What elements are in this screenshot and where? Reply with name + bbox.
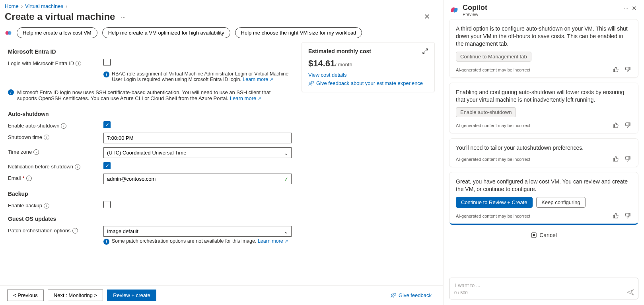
thumbs-up-icon[interactable] [613, 122, 620, 129]
breadcrumb-vms[interactable]: Virtual machines [25, 3, 63, 9]
more-icon[interactable]: ··· [622, 4, 630, 12]
learn-more-link[interactable]: Learn more ↗ [243, 77, 273, 82]
previous-button[interactable]: < Previous [7, 290, 44, 301]
input-shutdown-time[interactable] [103, 133, 292, 143]
copilot-card-text: A third option is to configure auto-shut… [456, 25, 632, 48]
expand-icon[interactable] [422, 48, 428, 54]
page-title-text: Create a virtual machine [5, 11, 115, 22]
copilot-continue-review-button[interactable]: Continue to Review + Create [456, 197, 533, 208]
info-icon[interactable]: i [75, 164, 80, 170]
cost-feedback-link[interactable]: Give feedback about your estimate experi… [308, 80, 428, 86]
ssh-banner: i Microsoft Entra ID login now uses SSH … [8, 86, 292, 104]
info-icon[interactable]: i [44, 203, 49, 208]
label-shutdown-time: Shutdown time [8, 134, 42, 140]
stop-icon [531, 232, 537, 238]
copilot-keep-configuring-button[interactable]: Keep configuring [536, 197, 586, 208]
cost-card: Estimated monthly cost $14.61/ month Vie… [302, 42, 435, 92]
cost-price: $14.61/ month [308, 58, 428, 69]
label-login-entra: Login with Microsoft Entra ID [8, 60, 74, 66]
checkbox-login-entra[interactable] [103, 59, 111, 66]
cost-title: Estimated monthly cost [308, 48, 371, 54]
copilot-header: Copilot Preview ··· ✕ [444, 0, 644, 19]
thumbs-up-icon[interactable] [613, 156, 620, 163]
more-icon[interactable]: ··· [121, 15, 126, 21]
copilot-input[interactable] [454, 282, 621, 289]
pill-low-cost[interactable]: Help me create a low cost VM [17, 27, 97, 38]
chevron-right-icon: › [66, 3, 67, 9]
select-timezone[interactable] [103, 147, 292, 158]
learn-more-link[interactable]: Learn more ↗ [230, 95, 261, 101]
external-link-icon: ↗ [258, 96, 261, 101]
pill-high-availability[interactable]: Help me create a VM optimized for high a… [102, 27, 230, 38]
person-feedback-icon [391, 293, 396, 298]
copilot-card-text: You'll need to tailor your autoshutdown … [456, 144, 632, 152]
info-icon[interactable]: i [76, 61, 81, 66]
copilot-card: Great, you have configured a low cost VM… [449, 172, 638, 224]
copilot-messages[interactable]: A third option is to configure auto-shut… [444, 19, 644, 274]
info-circle-icon: i [103, 71, 109, 77]
breadcrumb: Home › Virtual machines › [0, 0, 443, 9]
external-link-icon: ↗ [270, 77, 273, 82]
copilot-icon [5, 29, 12, 37]
thumbs-down-icon[interactable] [625, 66, 632, 73]
close-icon[interactable]: ✕ [630, 4, 638, 13]
thumbs-up-icon[interactable] [613, 212, 620, 220]
label-patch-options: Patch orchestration options [8, 228, 71, 234]
row-login-entra: Login with Microsoft Entra ID i i RBAC r… [8, 59, 292, 82]
copilot-title: Copilot [463, 4, 487, 11]
checkbox-enable-backup[interactable] [103, 201, 111, 208]
send-icon[interactable] [627, 289, 634, 296]
copilot-cancel-button[interactable]: Cancel [449, 229, 638, 241]
copilot-card-text: Enabling and configuring auto-shutdown w… [456, 89, 632, 104]
select-patch-options[interactable] [103, 226, 292, 237]
copilot-chip-enable-auto[interactable]: Enable auto-shutdown [456, 107, 516, 117]
info-icon[interactable]: i [61, 123, 66, 129]
thumbs-down-icon[interactable] [625, 212, 632, 220]
external-link-icon: ↗ [284, 239, 288, 243]
info-icon[interactable]: i [72, 228, 78, 234]
copilot-card: A third option is to configure auto-shut… [449, 19, 638, 78]
svg-rect-5 [533, 234, 535, 236]
give-feedback-link[interactable]: Give feedback [391, 292, 432, 298]
input-email[interactable] [103, 174, 292, 184]
copilot-card: You'll need to tailor your autoshutdown … [449, 138, 638, 167]
review-create-button[interactable]: Review + create [107, 290, 156, 301]
info-icon[interactable]: i [26, 176, 32, 181]
copilot-panel: Copilot Preview ··· ✕ A third option is … [443, 0, 644, 305]
label-enable-auto: Enable auto-shutdown [8, 123, 59, 129]
checkbox-notify-before[interactable] [103, 162, 111, 169]
copilot-logo-icon [449, 5, 459, 15]
footer-bar: < Previous Next : Monitoring > Review + … [0, 285, 443, 305]
page-title: Create a virtual machine ··· [5, 11, 126, 22]
pill-vm-size[interactable]: Help me choose the right VM size for my … [235, 27, 362, 38]
thumbs-up-icon[interactable] [613, 66, 620, 73]
checkbox-enable-auto[interactable] [103, 121, 111, 128]
learn-more-link[interactable]: Learn more ↗ [258, 238, 288, 244]
info-icon[interactable]: i [33, 149, 39, 155]
chevron-right-icon: › [21, 3, 23, 9]
copilot-subtitle: Preview [463, 12, 487, 17]
svg-point-1 [8, 31, 12, 35]
breadcrumb-home[interactable]: Home [5, 3, 19, 9]
copilot-input-area: 0 / 500 [444, 274, 644, 305]
copilot-card: Enabling and configuring auto-shutdown w… [449, 83, 638, 134]
ai-disclaimer: AI-generated content may be incorrect [456, 157, 530, 162]
thumbs-down-icon[interactable] [625, 156, 632, 163]
label-notify-before: Notification before shutdown [8, 164, 73, 170]
copilot-card-text: Great, you have configured a low cost VM… [456, 178, 632, 193]
section-backup: Backup [8, 191, 292, 197]
ai-disclaimer: AI-generated content may be incorrect [456, 68, 530, 72]
close-icon[interactable]: ✕ [422, 11, 438, 23]
next-button[interactable]: Next : Monitoring > [48, 290, 103, 301]
ai-disclaimer: AI-generated content may be incorrect [456, 123, 530, 128]
copilot-chip-management[interactable]: Continue to Management tab [456, 52, 531, 62]
content-wrap: Microsoft Entra ID Login with Microsoft … [0, 42, 443, 285]
ssh-banner-text: Microsoft Entra ID login now uses SSH ce… [17, 89, 292, 101]
info-circle-icon: i [8, 89, 14, 95]
thumbs-down-icon[interactable] [625, 122, 632, 129]
copilot-char-counter: 0 / 500 [454, 290, 633, 295]
main-pane: Home › Virtual machines › Create a virtu… [0, 0, 443, 305]
info-icon[interactable]: i [44, 135, 49, 140]
label-timezone: Time zone [8, 149, 32, 155]
view-cost-details-link[interactable]: View cost details [308, 72, 428, 78]
